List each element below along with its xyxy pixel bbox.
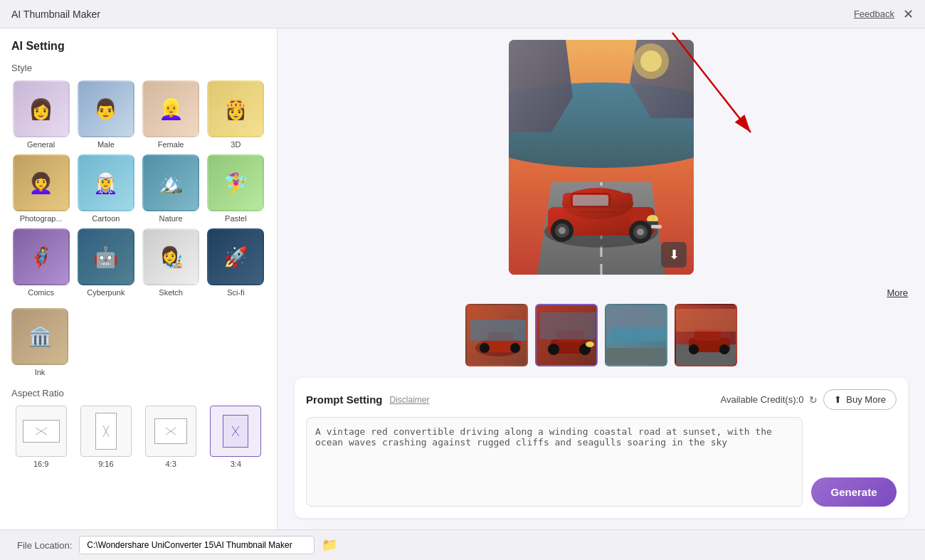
more-label[interactable]: More [887, 287, 908, 298]
disclaimer-link[interactable]: Disclaimer [390, 395, 430, 405]
credits-label: Available Credit(s):0 [721, 394, 804, 405]
style-label-scifi: Sci-fi [227, 288, 244, 297]
main-image [509, 40, 694, 275]
style-item-cyberpunk[interactable]: 🤖 Cyberpunk [76, 228, 135, 297]
style-item-female[interactable]: 👱‍♀️ Female [142, 80, 201, 149]
style-img-pastel: 🧚‍♀️ [207, 154, 264, 211]
style-item-general[interactable]: 👩 General [11, 80, 70, 149]
style-item-scifi[interactable]: 🚀 Sci-fi [206, 228, 265, 297]
prompt-body: A vintage red convertible driving along … [306, 417, 897, 507]
aspect-icon-4-3 [164, 426, 177, 436]
prompt-title: Prompt Setting [306, 393, 383, 406]
aspect-item-9-16[interactable]: 9:16 [76, 406, 135, 468]
style-grid: 👩 General 👨 Male 👱‍♀️ Female [11, 80, 265, 297]
style-img-scifi: 🚀 [207, 228, 264, 285]
style-item-cartoon[interactable]: 🧝‍♀️ Cartoon [76, 154, 135, 223]
style-img-female: 👱‍♀️ [142, 80, 199, 137]
svg-point-27 [637, 228, 644, 236]
style-item-photography[interactable]: 👩‍🦱 Photograp... [11, 154, 70, 223]
svg-rect-56 [610, 327, 665, 341]
app-title: AI Thumbnail Maker [11, 9, 100, 20]
refresh-icon[interactable]: ↻ [809, 394, 818, 406]
file-location-label: File Location: [17, 540, 72, 551]
thumbnail-3[interactable] [605, 304, 667, 366]
svg-point-50 [586, 342, 594, 347]
aspect-item-4-3[interactable]: 4:3 [142, 406, 201, 468]
aspect-item-3-4[interactable]: 3:4 [206, 406, 265, 468]
style-img-ink: 🏛️ [11, 308, 68, 365]
style-item-3d[interactable]: 👸 3D [206, 80, 265, 149]
style-item-sketch[interactable]: 👩‍🎨 Sketch [142, 228, 201, 297]
thumbnail-3-img [606, 305, 667, 366]
credits-row: Available Credit(s):0 ↻ ⬆ Buy More [721, 389, 897, 410]
style-label-general: General [27, 140, 55, 149]
svg-point-43 [480, 343, 490, 353]
main-image-area: ⬇ [295, 40, 908, 275]
style-img-cartoon: 🧝‍♀️ [78, 154, 134, 211]
right-panel: ⬇ More [278, 28, 925, 529]
svg-point-61 [719, 344, 729, 354]
style-item-male[interactable]: 👨 Male [76, 80, 135, 149]
svg-rect-51 [540, 312, 596, 339]
aspect-label-4-3: 4:3 [165, 460, 176, 468]
svg-rect-63 [676, 309, 737, 332]
style-label-sketch: Sketch [159, 288, 183, 297]
main-layout: AI Setting Style 👩 General 👨 Male 👱 [0, 28, 925, 529]
download-icon: ⬇ [669, 247, 680, 263]
generate-button[interactable]: Generate [811, 477, 897, 507]
style-label-cartoon: Cartoon [92, 214, 120, 223]
style-label-male: Male [97, 140, 115, 149]
prompt-section: Prompt Setting Disclaimer Available Cred… [295, 378, 908, 518]
aspect-icon-16-9 [34, 426, 48, 436]
left-panel: AI Setting Style 👩 General 👨 Male 👱 [0, 28, 278, 529]
style-img-male: 👨 [78, 80, 134, 137]
style-label-female: Female [158, 140, 184, 149]
thumbnail-1-img [467, 305, 528, 366]
buy-more-button[interactable]: ⬆ Buy More [823, 389, 897, 410]
style-item-ink[interactable]: 🏛️ Ink [11, 308, 68, 376]
aspect-ratio-grid: 16:9 9:16 [11, 406, 265, 468]
aspect-icon-3-4 [231, 425, 240, 438]
title-bar: AI Thumbnail Maker Feedback ✕ [0, 0, 925, 28]
style-item-pastel[interactable]: 🧚‍♀️ Pastel [206, 154, 265, 223]
style-img-comics: 🦸‍♀️ [13, 228, 70, 285]
aspect-item-16-9[interactable]: 16:9 [11, 406, 70, 468]
download-button[interactable]: ⬇ [661, 242, 687, 268]
aspect-label-3-4: 3:4 [231, 460, 241, 468]
aspect-label-9-16: 9:16 [98, 460, 113, 468]
svg-rect-31 [651, 225, 662, 228]
aspect-icon-9-16 [102, 424, 110, 438]
car-image-svg [509, 40, 694, 275]
style-img-sketch: 👩‍🎨 [142, 228, 199, 285]
aspect-label-16-9: 16:9 [33, 460, 48, 468]
main-image-container: ⬇ [509, 40, 694, 275]
close-button[interactable]: ✕ [903, 8, 914, 21]
style-label-pastel: Pastel [225, 214, 247, 223]
svg-rect-18 [573, 195, 608, 206]
thumbnail-2[interactable] [535, 304, 598, 366]
title-bar-actions: Feedback ✕ [854, 8, 914, 21]
thumbnail-1[interactable] [465, 304, 528, 366]
style-label: Style [11, 63, 265, 73]
style-img-3d: 👸 [207, 80, 264, 137]
style-label-3d: 3D [231, 140, 240, 149]
style-img-photography: 👩‍🦱 [13, 154, 70, 211]
aspect-ratio-label: Aspect Ratio [11, 388, 265, 398]
thumbnail-2-img [536, 305, 598, 366]
file-path-select[interactable]: C:\Wondershare UniConverter 15\AI Thumbn… [79, 536, 314, 554]
thumbnail-4[interactable] [675, 304, 737, 366]
style-item-nature[interactable]: 🏔️ Nature [142, 154, 201, 223]
feedback-link[interactable]: Feedback [854, 9, 894, 19]
prompt-input[interactable]: A vintage red convertible driving along … [306, 417, 803, 507]
thumbnail-strip [295, 304, 908, 366]
style-item-comics[interactable]: 🦸‍♀️ Comics [11, 228, 70, 297]
aspect-box-3-4 [210, 406, 261, 457]
aspect-box-9-16 [80, 406, 132, 457]
style-label-ink: Ink [35, 368, 46, 376]
prompt-title-row: Prompt Setting Disclaimer [306, 393, 430, 406]
style-label-comics: Comics [28, 288, 54, 297]
folder-icon[interactable]: 📁 [322, 537, 337, 553]
prompt-header: Prompt Setting Disclaimer Available Cred… [306, 389, 897, 410]
more-area: More [295, 285, 908, 304]
panel-title: AI Setting [11, 40, 265, 53]
